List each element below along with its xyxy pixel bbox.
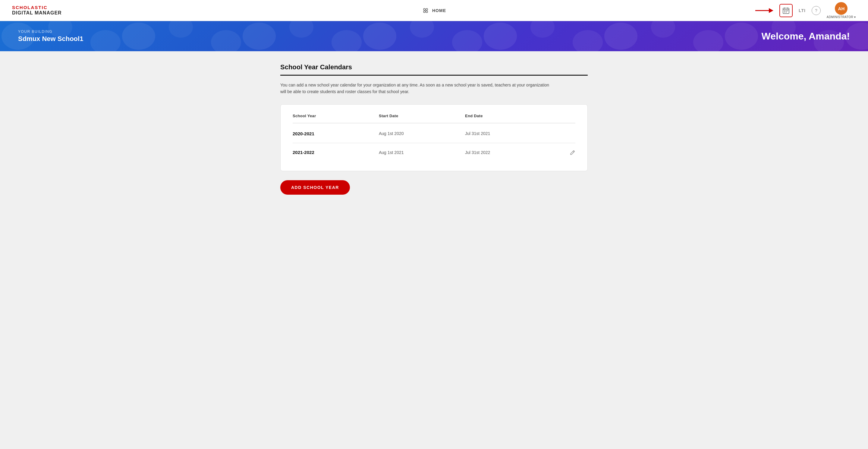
- school-year-value: 2020-2021: [293, 131, 379, 136]
- home-label: HOME: [432, 8, 446, 13]
- logo-scholastic: SCHOLASTIC: [12, 5, 62, 10]
- lti-button[interactable]: LTI: [799, 8, 806, 13]
- header-right: LTI ? AH ADMINISTRATOR ▾: [755, 2, 856, 19]
- svg-point-3: [426, 11, 428, 13]
- add-school-year-button[interactable]: ADD SCHOOL YEAR: [280, 180, 350, 195]
- pencil-icon: [570, 150, 575, 155]
- svg-rect-13: [787, 10, 788, 11]
- arrow-indicator: [755, 6, 773, 15]
- calendar-button[interactable]: [779, 4, 793, 17]
- avatar-role: ADMINISTRATOR ▾: [827, 15, 856, 19]
- section-description: You can add a new school year calendar f…: [280, 82, 552, 95]
- banner-left: YOUR BUILDING Sdmux New School1: [18, 30, 83, 43]
- your-building-label: YOUR BUILDING: [18, 30, 83, 34]
- svg-point-2: [424, 11, 425, 13]
- svg-marker-6: [769, 8, 773, 13]
- avatar-initials: AH: [835, 2, 847, 15]
- school-name: Sdmux New School1: [18, 35, 83, 43]
- svg-rect-15: [786, 12, 786, 12]
- svg-point-1: [426, 8, 428, 10]
- table-header-row: School Year Start Date End Date: [293, 114, 575, 123]
- end-date-value: Jul 31st 2022: [465, 150, 551, 155]
- home-nav[interactable]: HOME: [422, 7, 446, 14]
- user-avatar[interactable]: AH ADMINISTRATOR ▾: [827, 2, 856, 19]
- svg-line-16: [573, 151, 574, 152]
- start-date-value: Aug 1st 2020: [379, 131, 465, 136]
- svg-point-0: [424, 8, 425, 10]
- school-year-value: 2021-2022: [293, 150, 379, 155]
- home-icon: [422, 7, 429, 14]
- main-content: School Year Calendars You can add a new …: [268, 63, 600, 195]
- edit-button[interactable]: [551, 150, 575, 155]
- svg-point-4: [425, 10, 426, 11]
- header: SCHOLASTIC DIGITAL MANAGER HOME: [0, 0, 868, 21]
- red-arrow-icon: [755, 6, 773, 15]
- col-header-actions: [551, 114, 575, 118]
- welcome-message: Welcome, Amanda!: [762, 31, 850, 42]
- logo-dm: DIGITAL MANAGER: [12, 10, 62, 16]
- col-header-start-date: Start Date: [379, 114, 465, 118]
- start-date-value: Aug 1st 2021: [379, 150, 465, 155]
- logo: SCHOLASTIC DIGITAL MANAGER: [12, 5, 62, 15]
- svg-rect-11: [784, 10, 785, 11]
- help-button[interactable]: ?: [812, 6, 821, 15]
- calendar-icon: [783, 7, 789, 14]
- table-row: 2021-2022 Aug 1st 2021 Jul 31st 2022: [293, 143, 575, 162]
- col-header-school-year: School Year: [293, 114, 379, 118]
- svg-rect-12: [786, 10, 786, 11]
- section-title: School Year Calendars: [280, 63, 588, 76]
- svg-rect-14: [784, 12, 785, 12]
- end-date-value: Jul 31st 2021: [465, 131, 551, 136]
- col-header-end-date: End Date: [465, 114, 551, 118]
- table-row: 2020-2021 Aug 1st 2020 Jul 31st 2021: [293, 124, 575, 143]
- banner: YOUR BUILDING Sdmux New School1 Welcome,…: [0, 21, 868, 51]
- school-year-table-card: School Year Start Date End Date 2020-202…: [280, 104, 588, 171]
